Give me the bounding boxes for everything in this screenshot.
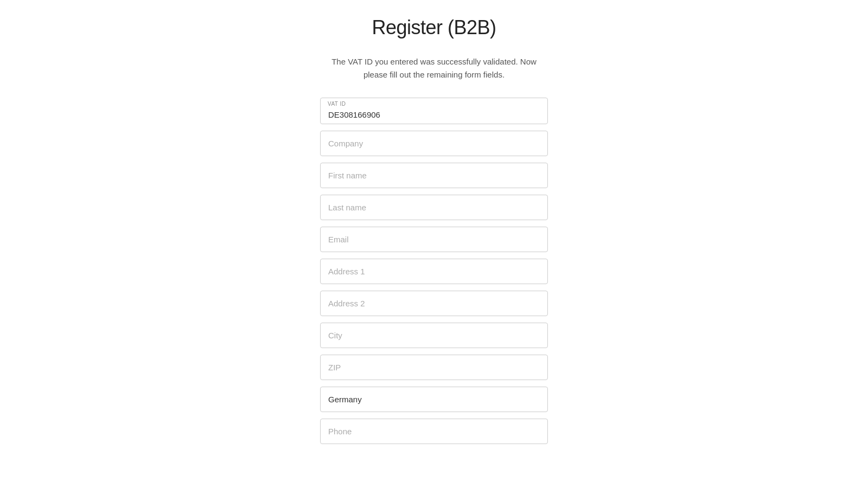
page-container: Register (B2B) The VAT ID you entered wa… [0,0,868,477]
email-input[interactable] [320,227,548,252]
vat-id-input[interactable] [320,98,548,124]
country-input[interactable] [320,387,548,412]
address1-field [320,259,548,284]
subtitle-text: The VAT ID you entered was successfully … [320,55,548,81]
vat-id-field: VAT ID [320,98,548,124]
registration-form: VAT ID [320,98,548,444]
first-name-input[interactable] [320,163,548,188]
last-name-field [320,195,548,220]
address1-input[interactable] [320,259,548,284]
city-input[interactable] [320,323,548,348]
phone-input[interactable] [320,419,548,444]
city-field [320,323,548,348]
address2-input[interactable] [320,291,548,316]
country-field [320,387,548,412]
first-name-field [320,163,548,188]
address2-field [320,291,548,316]
zip-field [320,355,548,380]
email-field [320,227,548,252]
last-name-input[interactable] [320,195,548,220]
phone-field [320,419,548,444]
company-field [320,131,548,156]
page-title: Register (B2B) [372,16,496,39]
company-input[interactable] [320,131,548,156]
zip-input[interactable] [320,355,548,380]
